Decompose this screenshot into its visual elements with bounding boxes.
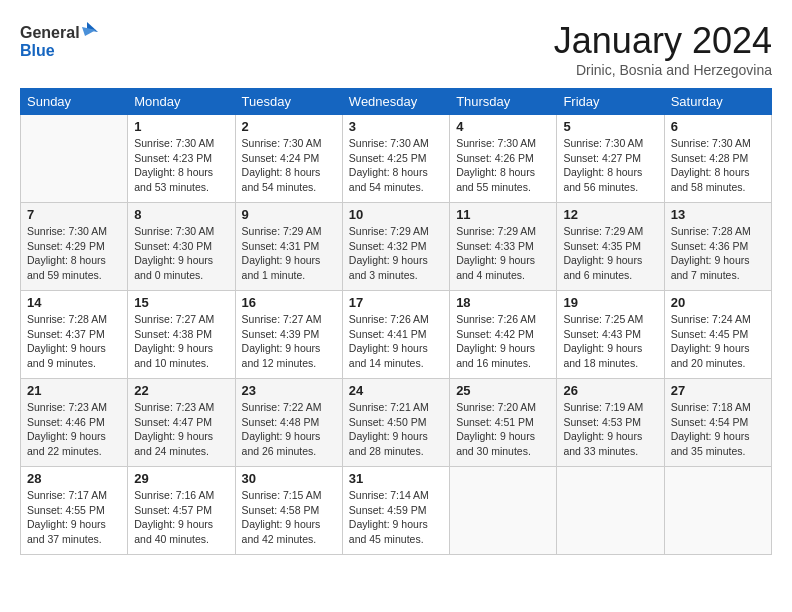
day-number: 18 <box>456 295 550 310</box>
calendar-week-2: 14 Sunrise: 7:28 AM Sunset: 4:37 PM Dayl… <box>21 291 772 379</box>
calendar-cell-w2-d0: 14 Sunrise: 7:28 AM Sunset: 4:37 PM Dayl… <box>21 291 128 379</box>
calendar-cell-w4-d2: 30 Sunrise: 7:15 AM Sunset: 4:58 PM Dayl… <box>235 467 342 555</box>
calendar-cell-w3-d1: 22 Sunrise: 7:23 AM Sunset: 4:47 PM Dayl… <box>128 379 235 467</box>
day-number: 1 <box>134 119 228 134</box>
day-info: Sunrise: 7:23 AM Sunset: 4:46 PM Dayligh… <box>27 400 121 459</box>
calendar-cell-w3-d2: 23 Sunrise: 7:22 AM Sunset: 4:48 PM Dayl… <box>235 379 342 467</box>
calendar-page: General Blue January 2024 Drinic, Bosnia… <box>0 0 792 612</box>
day-number: 4 <box>456 119 550 134</box>
calendar-cell-w4-d6 <box>664 467 771 555</box>
calendar-week-0: 1 Sunrise: 7:30 AM Sunset: 4:23 PM Dayli… <box>21 115 772 203</box>
day-info: Sunrise: 7:28 AM Sunset: 4:36 PM Dayligh… <box>671 224 765 283</box>
day-number: 22 <box>134 383 228 398</box>
day-info: Sunrise: 7:26 AM Sunset: 4:42 PM Dayligh… <box>456 312 550 371</box>
svg-text:General: General <box>20 24 80 41</box>
calendar-cell-w1-d0: 7 Sunrise: 7:30 AM Sunset: 4:29 PM Dayli… <box>21 203 128 291</box>
day-info: Sunrise: 7:27 AM Sunset: 4:38 PM Dayligh… <box>134 312 228 371</box>
day-number: 24 <box>349 383 443 398</box>
day-number: 31 <box>349 471 443 486</box>
calendar-cell-w4-d0: 28 Sunrise: 7:17 AM Sunset: 4:55 PM Dayl… <box>21 467 128 555</box>
day-number: 16 <box>242 295 336 310</box>
day-info: Sunrise: 7:14 AM Sunset: 4:59 PM Dayligh… <box>349 488 443 547</box>
title-section: January 2024 Drinic, Bosnia and Herzegov… <box>554 20 772 78</box>
calendar-cell-w4-d5 <box>557 467 664 555</box>
day-info: Sunrise: 7:25 AM Sunset: 4:43 PM Dayligh… <box>563 312 657 371</box>
day-info: Sunrise: 7:30 AM Sunset: 4:25 PM Dayligh… <box>349 136 443 195</box>
calendar-cell-w0-d1: 1 Sunrise: 7:30 AM Sunset: 4:23 PM Dayli… <box>128 115 235 203</box>
day-info: Sunrise: 7:23 AM Sunset: 4:47 PM Dayligh… <box>134 400 228 459</box>
day-info: Sunrise: 7:16 AM Sunset: 4:57 PM Dayligh… <box>134 488 228 547</box>
day-info: Sunrise: 7:29 AM Sunset: 4:32 PM Dayligh… <box>349 224 443 283</box>
header-monday: Monday <box>128 89 235 115</box>
day-number: 8 <box>134 207 228 222</box>
day-info: Sunrise: 7:19 AM Sunset: 4:53 PM Dayligh… <box>563 400 657 459</box>
header-saturday: Saturday <box>664 89 771 115</box>
location-subtitle: Drinic, Bosnia and Herzegovina <box>554 62 772 78</box>
calendar-cell-w4-d1: 29 Sunrise: 7:16 AM Sunset: 4:57 PM Dayl… <box>128 467 235 555</box>
day-number: 7 <box>27 207 121 222</box>
calendar-cell-w0-d2: 2 Sunrise: 7:30 AM Sunset: 4:24 PM Dayli… <box>235 115 342 203</box>
logo: General Blue <box>20 20 100 62</box>
day-number: 21 <box>27 383 121 398</box>
day-info: Sunrise: 7:30 AM Sunset: 4:28 PM Dayligh… <box>671 136 765 195</box>
day-info: Sunrise: 7:26 AM Sunset: 4:41 PM Dayligh… <box>349 312 443 371</box>
calendar-cell-w2-d5: 19 Sunrise: 7:25 AM Sunset: 4:43 PM Dayl… <box>557 291 664 379</box>
month-title: January 2024 <box>554 20 772 62</box>
logo-svg: General Blue <box>20 20 100 62</box>
day-number: 11 <box>456 207 550 222</box>
calendar-cell-w4-d4 <box>450 467 557 555</box>
calendar-cell-w0-d6: 6 Sunrise: 7:30 AM Sunset: 4:28 PM Dayli… <box>664 115 771 203</box>
calendar-week-3: 21 Sunrise: 7:23 AM Sunset: 4:46 PM Dayl… <box>21 379 772 467</box>
day-info: Sunrise: 7:30 AM Sunset: 4:29 PM Dayligh… <box>27 224 121 283</box>
svg-text:Blue: Blue <box>20 42 55 59</box>
calendar-cell-w1-d2: 9 Sunrise: 7:29 AM Sunset: 4:31 PM Dayli… <box>235 203 342 291</box>
day-number: 23 <box>242 383 336 398</box>
day-info: Sunrise: 7:20 AM Sunset: 4:51 PM Dayligh… <box>456 400 550 459</box>
day-info: Sunrise: 7:17 AM Sunset: 4:55 PM Dayligh… <box>27 488 121 547</box>
header-friday: Friday <box>557 89 664 115</box>
day-number: 15 <box>134 295 228 310</box>
day-info: Sunrise: 7:21 AM Sunset: 4:50 PM Dayligh… <box>349 400 443 459</box>
day-info: Sunrise: 7:15 AM Sunset: 4:58 PM Dayligh… <box>242 488 336 547</box>
calendar-cell-w2-d2: 16 Sunrise: 7:27 AM Sunset: 4:39 PM Dayl… <box>235 291 342 379</box>
day-info: Sunrise: 7:18 AM Sunset: 4:54 PM Dayligh… <box>671 400 765 459</box>
calendar-cell-w2-d3: 17 Sunrise: 7:26 AM Sunset: 4:41 PM Dayl… <box>342 291 449 379</box>
day-info: Sunrise: 7:28 AM Sunset: 4:37 PM Dayligh… <box>27 312 121 371</box>
calendar-cell-w3-d0: 21 Sunrise: 7:23 AM Sunset: 4:46 PM Dayl… <box>21 379 128 467</box>
day-info: Sunrise: 7:24 AM Sunset: 4:45 PM Dayligh… <box>671 312 765 371</box>
day-info: Sunrise: 7:30 AM Sunset: 4:26 PM Dayligh… <box>456 136 550 195</box>
day-info: Sunrise: 7:27 AM Sunset: 4:39 PM Dayligh… <box>242 312 336 371</box>
day-number: 3 <box>349 119 443 134</box>
day-number: 14 <box>27 295 121 310</box>
day-number: 28 <box>27 471 121 486</box>
day-info: Sunrise: 7:30 AM Sunset: 4:23 PM Dayligh… <box>134 136 228 195</box>
header-sunday: Sunday <box>21 89 128 115</box>
calendar-cell-w3-d6: 27 Sunrise: 7:18 AM Sunset: 4:54 PM Dayl… <box>664 379 771 467</box>
calendar-cell-w0-d5: 5 Sunrise: 7:30 AM Sunset: 4:27 PM Dayli… <box>557 115 664 203</box>
calendar-cell-w2-d6: 20 Sunrise: 7:24 AM Sunset: 4:45 PM Dayl… <box>664 291 771 379</box>
calendar-cell-w0-d3: 3 Sunrise: 7:30 AM Sunset: 4:25 PM Dayli… <box>342 115 449 203</box>
day-number: 30 <box>242 471 336 486</box>
calendar-cell-w1-d4: 11 Sunrise: 7:29 AM Sunset: 4:33 PM Dayl… <box>450 203 557 291</box>
calendar-week-1: 7 Sunrise: 7:30 AM Sunset: 4:29 PM Dayli… <box>21 203 772 291</box>
calendar-header-row: Sunday Monday Tuesday Wednesday Thursday… <box>21 89 772 115</box>
day-info: Sunrise: 7:30 AM Sunset: 4:27 PM Dayligh… <box>563 136 657 195</box>
calendar-cell-w3-d5: 26 Sunrise: 7:19 AM Sunset: 4:53 PM Dayl… <box>557 379 664 467</box>
calendar-table: Sunday Monday Tuesday Wednesday Thursday… <box>20 88 772 555</box>
day-number: 13 <box>671 207 765 222</box>
day-info: Sunrise: 7:29 AM Sunset: 4:31 PM Dayligh… <box>242 224 336 283</box>
day-info: Sunrise: 7:30 AM Sunset: 4:30 PM Dayligh… <box>134 224 228 283</box>
calendar-cell-w2-d4: 18 Sunrise: 7:26 AM Sunset: 4:42 PM Dayl… <box>450 291 557 379</box>
calendar-cell-w0-d0 <box>21 115 128 203</box>
day-number: 2 <box>242 119 336 134</box>
day-number: 29 <box>134 471 228 486</box>
page-header: General Blue January 2024 Drinic, Bosnia… <box>20 20 772 78</box>
calendar-cell-w0-d4: 4 Sunrise: 7:30 AM Sunset: 4:26 PM Dayli… <box>450 115 557 203</box>
day-number: 19 <box>563 295 657 310</box>
calendar-cell-w2-d1: 15 Sunrise: 7:27 AM Sunset: 4:38 PM Dayl… <box>128 291 235 379</box>
calendar-cell-w4-d3: 31 Sunrise: 7:14 AM Sunset: 4:59 PM Dayl… <box>342 467 449 555</box>
header-tuesday: Tuesday <box>235 89 342 115</box>
calendar-cell-w3-d3: 24 Sunrise: 7:21 AM Sunset: 4:50 PM Dayl… <box>342 379 449 467</box>
day-info: Sunrise: 7:29 AM Sunset: 4:33 PM Dayligh… <box>456 224 550 283</box>
day-info: Sunrise: 7:22 AM Sunset: 4:48 PM Dayligh… <box>242 400 336 459</box>
